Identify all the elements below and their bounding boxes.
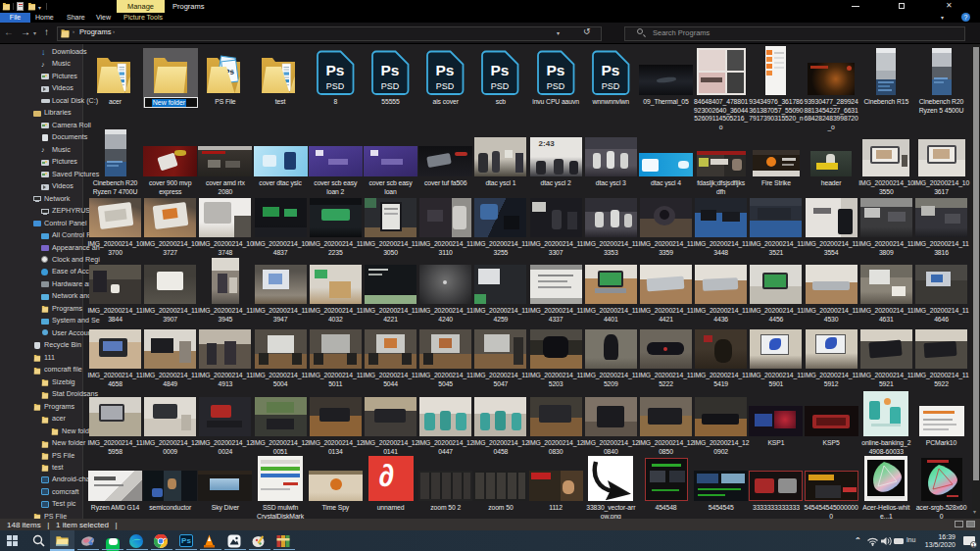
svg-text:Ps: Ps: [601, 62, 619, 78]
svg-text:PSD: PSD: [546, 81, 564, 91]
svg-text:PSD: PSD: [326, 81, 345, 91]
svg-text:PSD: PSD: [381, 81, 400, 91]
svg-text:PSD: PSD: [436, 81, 455, 91]
svg-text:PSD: PSD: [491, 81, 510, 91]
svg-text:Ps: Ps: [436, 62, 455, 78]
svg-text:Ps: Ps: [491, 62, 510, 78]
svg-text:Ps: Ps: [546, 62, 564, 78]
svg-text:Ps: Ps: [381, 62, 400, 78]
svg-text:Ps: Ps: [325, 62, 344, 78]
svg-text:PSD: PSD: [602, 81, 620, 91]
